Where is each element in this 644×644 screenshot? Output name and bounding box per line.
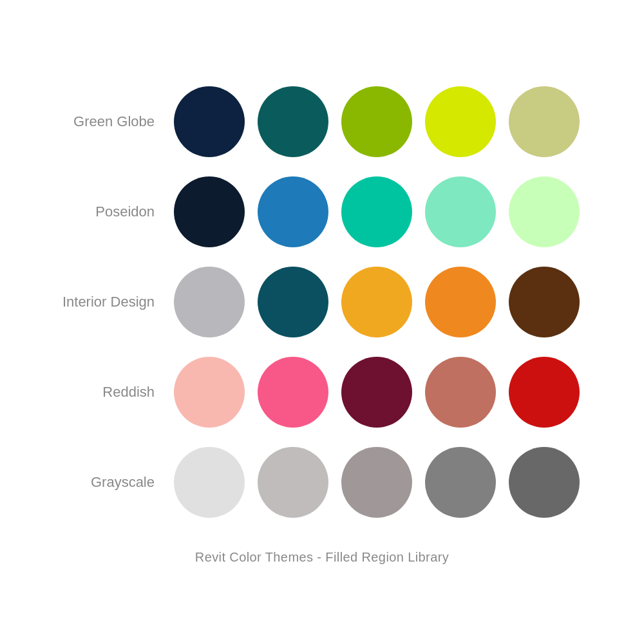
color-swatch-1-2 <box>341 176 412 247</box>
color-swatch-2-3 <box>425 267 496 337</box>
row-label-2: Interior Design <box>32 294 174 310</box>
color-swatch-2-0 <box>174 267 245 337</box>
color-swatch-3-1 <box>258 357 328 428</box>
color-swatch-4-0 <box>174 447 245 518</box>
circles-group <box>174 447 580 518</box>
color-swatch-4-2 <box>341 447 412 518</box>
circles-group <box>174 267 580 337</box>
row-label-0: Green Globe <box>32 113 174 130</box>
color-row: Reddish <box>32 350 612 434</box>
row-label-3: Reddish <box>32 384 174 401</box>
color-swatch-0-2 <box>341 86 412 157</box>
color-swatch-3-2 <box>341 357 412 428</box>
color-swatch-3-0 <box>174 357 245 428</box>
row-label-4: Grayscale <box>32 474 174 491</box>
color-swatch-2-4 <box>509 267 580 337</box>
footer-text: Revit Color Themes - Filled Region Libra… <box>195 550 449 565</box>
color-swatch-2-2 <box>341 267 412 337</box>
color-swatch-0-4 <box>509 86 580 157</box>
row-label-1: Poseidon <box>32 204 174 220</box>
color-swatch-0-1 <box>258 86 328 157</box>
color-swatch-4-4 <box>509 447 580 518</box>
circles-group <box>174 176 580 247</box>
color-swatch-0-3 <box>425 86 496 157</box>
color-swatch-1-1 <box>258 176 328 247</box>
color-swatch-2-1 <box>258 267 328 337</box>
color-swatch-1-4 <box>509 176 580 247</box>
color-swatch-1-0 <box>174 176 245 247</box>
color-swatch-4-3 <box>425 447 496 518</box>
color-swatch-0-0 <box>174 86 245 157</box>
circles-group <box>174 357 580 428</box>
color-swatch-3-3 <box>425 357 496 428</box>
color-swatch-4-1 <box>258 447 328 518</box>
color-swatch-3-4 <box>509 357 580 428</box>
chart-container: Green GlobePoseidonInterior DesignReddis… <box>32 80 612 565</box>
color-swatch-1-3 <box>425 176 496 247</box>
color-row: Green Globe <box>32 80 612 164</box>
color-grid: Green GlobePoseidonInterior DesignReddis… <box>32 80 612 524</box>
color-row: Poseidon <box>32 170 612 254</box>
color-row: Grayscale <box>32 440 612 524</box>
color-row: Interior Design <box>32 260 612 344</box>
circles-group <box>174 86 580 157</box>
